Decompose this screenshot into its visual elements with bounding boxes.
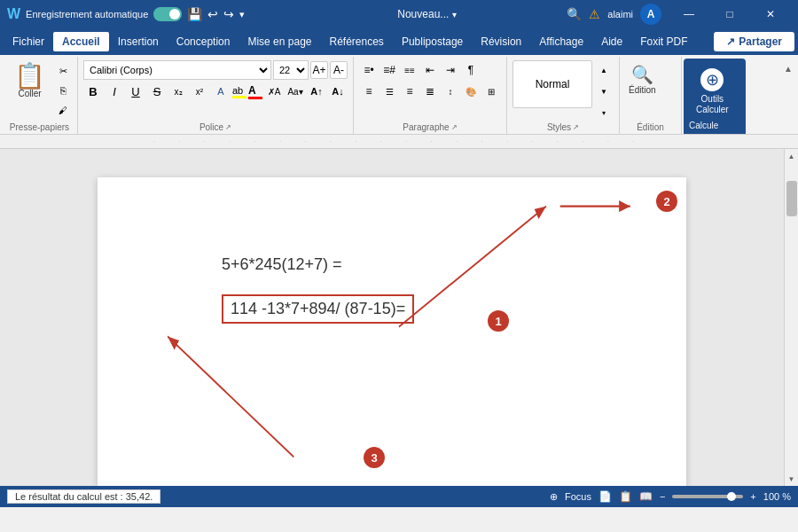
view-read-icon[interactable]: 📖 xyxy=(639,490,653,503)
document-container: 5+6*245(12+7) = 114 -13*7+894/ (87-15)= … xyxy=(0,149,798,486)
highlight-color-btn[interactable]: ab xyxy=(232,85,246,98)
scrollbar-thumb[interactable] xyxy=(786,181,797,216)
font-color-btn[interactable]: A xyxy=(248,84,262,99)
svg-line-3 xyxy=(168,336,293,457)
font-grow-button[interactable]: A↑ xyxy=(307,82,326,101)
paragraph-icon[interactable]: ¶ xyxy=(461,60,481,80)
font-size-select[interactable]: 22 xyxy=(273,60,309,80)
avatar[interactable]: A xyxy=(640,4,661,25)
styles-expand[interactable]: ▾ xyxy=(594,103,614,122)
font-family-select[interactable]: Calibri (Corps) xyxy=(83,60,271,80)
word-logo-icon: W xyxy=(7,6,20,22)
formula-line-2-container: 114 -13*7+894/ (87-15)= xyxy=(222,287,633,324)
line-spacing-button[interactable]: ↕ xyxy=(441,82,460,101)
cut-button[interactable]: ✂ xyxy=(54,62,72,80)
minimize-button[interactable]: — xyxy=(669,0,709,28)
styles-expand-icon[interactable]: ↗ xyxy=(573,123,579,131)
save-icon[interactable]: 💾 xyxy=(187,7,202,21)
menu-references[interactable]: Références xyxy=(321,32,393,51)
document-page[interactable]: 5+6*245(12+7) = 114 -13*7+894/ (87-15)= … xyxy=(98,177,686,486)
bold-button[interactable]: B xyxy=(83,82,103,101)
font-row-2: B I U S x₂ x² A ab A ✗A Aa xyxy=(83,82,348,101)
copy-button[interactable]: ⎘ xyxy=(54,82,72,99)
focus-label: Focus xyxy=(565,491,591,502)
zoom-thumb[interactable] xyxy=(727,492,736,501)
menu-publipostage[interactable]: Publipostage xyxy=(393,32,472,51)
ribbon-collapse[interactable]: ▲ xyxy=(780,57,796,134)
ribbon-group-edition: 🔍 Édition Édition xyxy=(620,57,682,134)
clear-format-button[interactable]: ✗A xyxy=(264,82,284,101)
share-button[interactable]: ↗ Partager xyxy=(714,32,794,51)
menu-foxit-pdf[interactable]: Foxit PDF xyxy=(631,32,696,51)
menu-affichage[interactable]: Affichage xyxy=(530,32,592,51)
font-row-1: Calibri (Corps) 22 A+ A- xyxy=(83,60,348,80)
font-case-button[interactable]: Aa▾ xyxy=(286,82,305,101)
police-expand-icon[interactable]: ↗ xyxy=(225,123,231,131)
outils-calculer-button[interactable]: ⊕ Outils Calculer xyxy=(689,62,736,119)
toggle-knob xyxy=(169,9,180,20)
avatar-initial: A xyxy=(647,8,655,20)
strikethrough-button[interactable]: S xyxy=(147,82,167,101)
view-web-icon[interactable]: 📋 xyxy=(619,490,632,503)
title-dropdown-icon[interactable]: ▾ xyxy=(452,10,457,20)
zoom-slider[interactable] xyxy=(672,495,743,498)
styles-nav: ▲ ▼ ▾ xyxy=(594,60,614,122)
quick-access-icon[interactable]: ▾ xyxy=(239,9,245,20)
multilevel-list-button[interactable]: ≡≡ xyxy=(400,60,419,80)
font-increase-button[interactable]: A+ xyxy=(310,61,328,79)
styles-scroll-down[interactable]: ▼ xyxy=(594,82,614,101)
menu-mise-en-page[interactable]: Mise en page xyxy=(239,32,320,51)
scrollbar-down-button[interactable]: ▼ xyxy=(785,472,799,486)
format-painter-button[interactable]: 🖌 xyxy=(54,101,72,119)
underline-button[interactable]: U xyxy=(126,82,145,101)
styles-label-text: Styles xyxy=(547,122,571,132)
menu-accueil[interactable]: Accueil xyxy=(53,32,109,51)
paste-label: Coller xyxy=(18,89,41,98)
indent-decrease-button[interactable]: ⇤ xyxy=(420,60,440,80)
italic-button[interactable]: I xyxy=(105,82,124,101)
styles-scroll-up[interactable]: ▲ xyxy=(594,60,614,80)
scrollbar-track[interactable] xyxy=(785,163,799,472)
justify-button[interactable]: ≣ xyxy=(420,82,440,101)
menu-fichier[interactable]: Fichier xyxy=(4,32,53,51)
zoom-plus-button[interactable]: + xyxy=(750,491,755,502)
redo-icon[interactable]: ↪ xyxy=(223,7,234,21)
superscript-button[interactable]: x² xyxy=(190,82,209,101)
align-right-button[interactable]: ≡ xyxy=(400,82,419,101)
view-print-icon[interactable]: 📄 xyxy=(598,490,612,503)
paragraphe-expand-icon[interactable]: ↗ xyxy=(451,123,458,131)
autosave-toggle[interactable] xyxy=(153,7,182,21)
formula-2-text: 114 -13*7+894/ (87-15)= xyxy=(222,294,414,324)
styles-gallery[interactable]: Normal xyxy=(512,60,592,108)
paste-button[interactable]: 📋 Coller xyxy=(7,60,52,102)
ribbon-collapse-icon[interactable]: ▲ xyxy=(780,60,796,77)
font-shrink-button[interactable]: A↓ xyxy=(328,82,348,101)
indent-increase-button[interactable]: ⇥ xyxy=(441,60,460,80)
close-button[interactable]: ✕ xyxy=(750,0,791,28)
focus-icon[interactable]: ⊕ xyxy=(550,491,558,503)
menu-conception[interactable]: Conception xyxy=(168,32,239,51)
police-label: Police ↗ xyxy=(83,122,348,134)
borders-button[interactable]: ⊞ xyxy=(481,82,501,101)
search-icon[interactable]: 🔍 xyxy=(567,7,582,21)
zoom-minus-button[interactable]: − xyxy=(660,491,665,502)
titlebar: W Enregistrement automatique 💾 ↩ ↪ ▾ Nou… xyxy=(0,0,798,28)
menu-aide[interactable]: Aide xyxy=(592,32,631,51)
font-decrease-button[interactable]: A- xyxy=(330,61,348,79)
subscript-button[interactable]: x₂ xyxy=(168,82,188,101)
unordered-list-button[interactable]: ≡• xyxy=(359,60,379,80)
maximize-button[interactable]: □ xyxy=(709,0,750,28)
statusbar: Le résultat du calcul est : 35,42. ⊕ Foc… xyxy=(0,486,798,507)
ordered-list-button[interactable]: ≡# xyxy=(379,60,399,80)
presse-papiers-label: Presse-papiers xyxy=(7,122,72,134)
undo-icon[interactable]: ↩ xyxy=(207,7,218,21)
rechercher-button[interactable]: 🔍 Édition xyxy=(625,60,660,98)
scrollbar-vertical[interactable]: ▲ ▼ xyxy=(784,149,798,486)
scrollbar-up-button[interactable]: ▲ xyxy=(785,149,799,163)
menu-insertion[interactable]: Insertion xyxy=(109,32,168,51)
text-effects-button[interactable]: A xyxy=(211,82,231,101)
shading-button[interactable]: 🎨 xyxy=(461,82,481,101)
menu-revision[interactable]: Révision xyxy=(472,32,530,51)
align-left-button[interactable]: ≡ xyxy=(359,82,379,101)
align-center-button[interactable]: ☰ xyxy=(379,82,399,101)
